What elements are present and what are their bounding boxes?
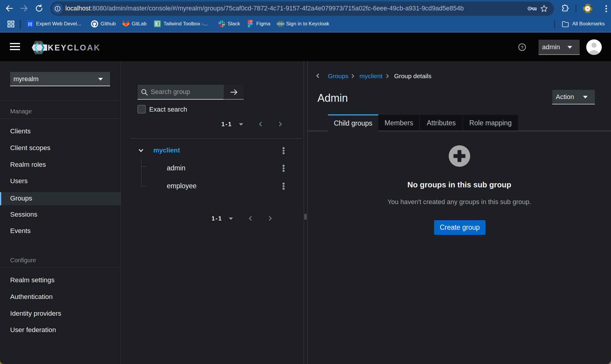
svg-text:KEYCLOAK: KEYCLOAK — [48, 43, 101, 52]
svg-text:?: ? — [521, 45, 523, 50]
